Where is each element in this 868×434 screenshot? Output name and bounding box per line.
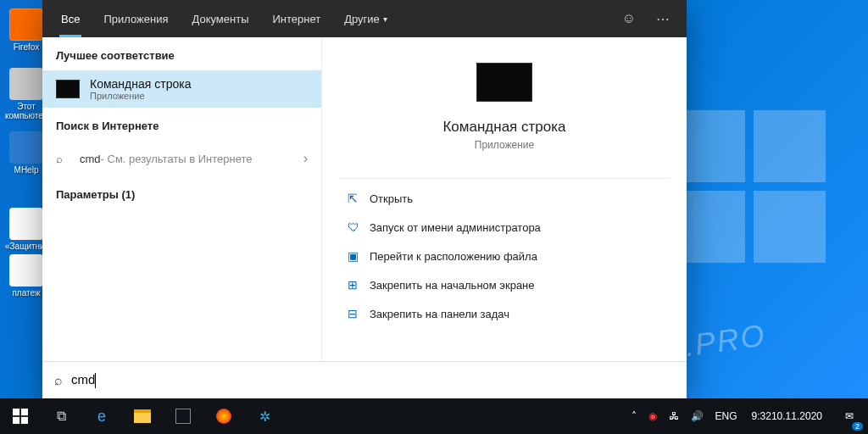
desktop-icon-this-pc[interactable]: Этот компьютер [5, 68, 47, 120]
cmd-thumb-icon [56, 80, 80, 98]
tab-documents[interactable]: Документы [180, 0, 260, 37]
action-open-file-location[interactable]: ▣Перейти к расположению файла [339, 242, 670, 270]
search-icon: ⌕ [54, 373, 63, 388]
best-match-subtitle: Приложение [90, 91, 191, 101]
taskbar-explorer[interactable] [122, 398, 163, 434]
results-column: Лучшее соответствие Командная строка При… [42, 37, 322, 361]
task-view-button[interactable]: ⧉ [41, 398, 81, 434]
tab-all[interactable]: Все [49, 0, 92, 37]
tab-web[interactable]: Интернет [260, 0, 332, 37]
action-pin-to-start[interactable]: ⊞Закрепить на начальном экране [339, 270, 670, 299]
desktop-icon-mhelp[interactable]: MHelp [5, 131, 47, 175]
taskbar-store[interactable] [163, 398, 203, 434]
search-input[interactable]: cmd [71, 372, 96, 388]
shield-icon: 🛡 [348, 220, 370, 234]
section-web-search: Поиск в Интернете [42, 108, 321, 141]
tray-date: 10.11.2020 [771, 410, 822, 422]
more-options-icon[interactable]: ⋯ [646, 0, 680, 37]
svg-rect-3 [21, 417, 28, 424]
section-best-match: Лучшее соответствие [42, 37, 321, 70]
chevron-down-icon: ▾ [383, 14, 387, 24]
svg-rect-2 [13, 417, 19, 424]
tab-apps[interactable]: Приложения [92, 0, 180, 37]
pin-start-icon: ⊞ [348, 278, 370, 292]
windows-logo-wallpaper [673, 110, 826, 263]
tray-action-center[interactable]: ✉ 2 [831, 398, 868, 434]
tray-language[interactable]: ENG [709, 398, 743, 434]
taskbar-firefox[interactable] [203, 398, 244, 434]
taskbar-app[interactable]: ✲ [244, 398, 285, 434]
tray-chevron-up-icon[interactable]: ˄ [626, 398, 643, 434]
web-hint: - См. результаты в Интернете [101, 153, 253, 165]
preview-subtitle: Приложение [322, 139, 687, 151]
system-tray: ˄ ◉ 🖧 🔊 ENG 9:32 10.11.2020 ✉ 2 [626, 398, 868, 434]
start-search-panel: Все Приложения Документы Интернет Другие… [42, 0, 687, 398]
action-open[interactable]: ⇱Открыть [339, 184, 670, 213]
action-run-as-admin[interactable]: 🛡Запуск от имени администратора [339, 213, 670, 242]
tray-network-icon[interactable]: 🖧 [663, 398, 685, 434]
chevron-right-icon: › [303, 151, 308, 166]
tab-more[interactable]: Другие▾ [332, 0, 399, 37]
desktop-icon-defender[interactable]: «Защитник» [5, 208, 47, 251]
result-web-search[interactable]: ⌕ cmd - См. результаты в Интернете › [42, 141, 321, 176]
feedback-icon[interactable]: ☺ [612, 0, 646, 37]
svg-rect-0 [13, 409, 19, 415]
result-best-match[interactable]: Командная строка Приложение [42, 70, 321, 108]
web-query: cmd [80, 153, 101, 165]
notification-badge: 2 [852, 422, 863, 431]
notification-icon: ✉ [845, 410, 854, 422]
search-icon: ⌕ [56, 153, 71, 165]
best-match-title: Командная строка [90, 77, 191, 91]
section-settings[interactable]: Параметры (1) [42, 176, 321, 209]
taskbar: ⧉ e ✲ ˄ ◉ 🖧 🔊 ENG 9:32 10.11.2020 ✉ 2 [0, 398, 868, 434]
preview-app-icon [476, 63, 532, 102]
preview-title: Командная строка [322, 119, 687, 136]
taskbar-edge[interactable]: e [81, 398, 122, 434]
desktop-icon-firefox[interactable]: Firefox [5, 8, 47, 52]
action-pin-to-taskbar[interactable]: ⊟Закрепить на панели задач [339, 299, 670, 328]
preview-column: Командная строка Приложение ⇱Открыть 🛡За… [322, 37, 687, 361]
tray-security-icon[interactable]: ◉ [643, 398, 663, 434]
svg-rect-1 [21, 409, 28, 415]
start-button[interactable] [0, 398, 41, 434]
folder-location-icon: ▣ [348, 249, 370, 263]
tray-time: 9:32 [752, 410, 771, 422]
tray-volume-icon[interactable]: 🔊 [685, 398, 709, 434]
desktop-icon-payment[interactable]: платеж [5, 254, 47, 298]
tray-clock[interactable]: 9:32 10.11.2020 [743, 398, 831, 434]
open-icon: ⇱ [348, 192, 370, 205]
search-input-row[interactable]: ⌕ cmd [42, 361, 687, 398]
search-filter-tabs: Все Приложения Документы Интернет Другие… [42, 0, 687, 37]
pin-taskbar-icon: ⊟ [348, 307, 370, 320]
